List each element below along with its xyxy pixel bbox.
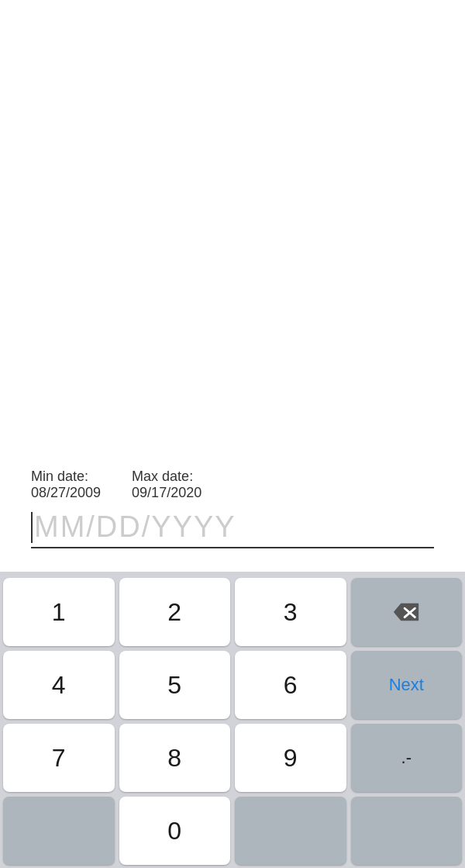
date-info: Min date: 08/27/2009 Max date: 09/17/202…: [31, 469, 434, 501]
keyboard-row-1: 1 2 3: [3, 578, 462, 646]
key-9[interactable]: 9: [235, 724, 346, 792]
min-date-group: Min date: 08/27/2009: [31, 469, 101, 501]
key-empty-far-right: [351, 797, 463, 865]
key-empty-left: [3, 797, 115, 865]
key-0[interactable]: 0: [119, 797, 231, 865]
key-empty-right: [235, 797, 346, 865]
keyboard-row-3: 7 8 9 .-: [3, 724, 462, 792]
key-2[interactable]: 2: [119, 578, 231, 646]
delete-icon: [392, 601, 420, 623]
key-5[interactable]: 5: [119, 651, 231, 719]
key-3[interactable]: 3: [235, 578, 346, 646]
min-date-value: 08/27/2009: [31, 485, 101, 501]
max-date-value: 09/17/2020: [132, 485, 202, 501]
delete-button[interactable]: [351, 578, 463, 646]
symbol-button[interactable]: .-: [351, 724, 463, 792]
cursor-bar: [31, 512, 33, 543]
date-input-display[interactable]: MM/DD/YYYY: [31, 510, 434, 548]
key-4[interactable]: 4: [3, 651, 115, 719]
key-6[interactable]: 6: [235, 651, 346, 719]
next-button[interactable]: Next: [351, 651, 463, 719]
keyboard-row-2: 4 5 6 Next: [3, 651, 462, 719]
keyboard-section: 1 2 3 4 5 6 Next 7 8 9 .- 0: [0, 572, 465, 868]
key-7[interactable]: 7: [3, 724, 115, 792]
date-placeholder: MM/DD/YYYY: [34, 510, 236, 544]
key-8[interactable]: 8: [119, 724, 231, 792]
keyboard-row-4: 0: [3, 797, 462, 865]
max-date-group: Max date: 09/17/2020: [132, 469, 202, 501]
top-section: Min date: 08/27/2009 Max date: 09/17/202…: [0, 0, 465, 572]
key-1[interactable]: 1: [3, 578, 115, 646]
min-date-label: Min date:: [31, 469, 88, 485]
max-date-label: Max date:: [132, 469, 193, 485]
